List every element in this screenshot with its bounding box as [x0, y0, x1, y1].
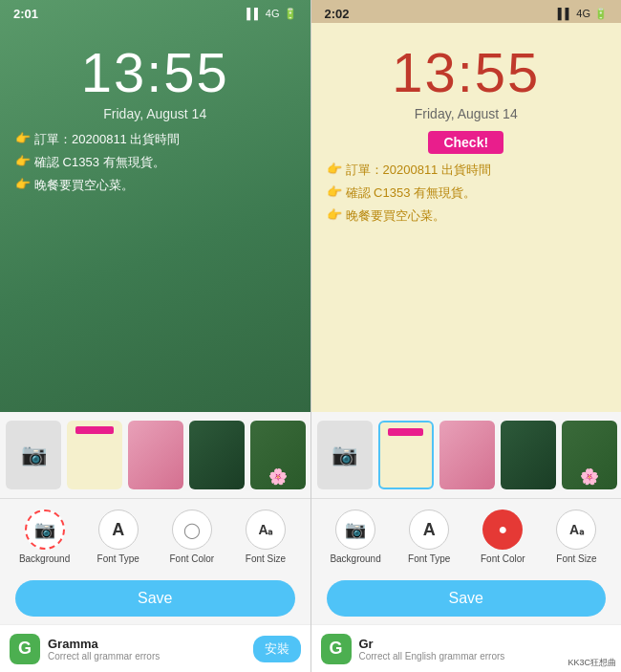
- left-toolbar-font-type[interactable]: A Font Type: [92, 509, 144, 564]
- right-signal-icon: ▌▌: [558, 8, 573, 19]
- right-toolbar-background[interactable]: 📷 Background: [330, 509, 382, 564]
- right-camera-icon-thumb: 📷: [332, 443, 357, 467]
- right-toolbar-font-color[interactable]: ● Font Color: [477, 509, 529, 564]
- right-font-color-icon-circle[interactable]: ●: [482, 509, 523, 550]
- right-thumb-camera[interactable]: 📷: [317, 421, 373, 489]
- right-status-time: 2:02: [325, 7, 350, 21]
- signal-icon: ▌▌: [246, 8, 262, 19]
- right-battery-icon: 🔋: [594, 8, 608, 20]
- right-thumb-yellow-top: [388, 428, 424, 436]
- font-type-icon-circle[interactable]: A: [98, 509, 139, 550]
- left-notes-list: 👉 訂單：20200811 出貨時間 👉 確認 C1353 有無現貨。 👉 晚餐…: [15, 131, 295, 200]
- background-icon-circle[interactable]: 📷: [25, 509, 65, 550]
- right-network-label: 4G: [576, 8, 590, 19]
- right-note-icon-3: 👉: [327, 207, 342, 225]
- left-ad-name: Gramma: [48, 637, 246, 651]
- font-color-label: Font Color: [169, 553, 214, 564]
- right-toolbar: 📷 Background A Font Type ● Font Color Aₐ…: [311, 498, 622, 574]
- left-toolbar-font-size[interactable]: Aₐ Font Size: [239, 509, 291, 564]
- left-thumb-flowers[interactable]: 🌸: [250, 421, 306, 489]
- thumb-yellow-top: [75, 426, 115, 434]
- check-badge: Check!: [428, 131, 503, 154]
- right-font-type-icon-circle[interactable]: A: [409, 509, 449, 550]
- right-ad-name: Gr: [359, 637, 612, 651]
- left-thumbnails: 📷 🌸: [0, 412, 310, 498]
- right-font-type-label: Font Type: [408, 553, 450, 564]
- left-ad-desc: Correct all grammar errors: [48, 651, 246, 661]
- watermark: KK3C狂想曲: [565, 656, 619, 670]
- font-size-label: Font Size: [246, 553, 286, 564]
- font-type-label: Font Type: [97, 553, 139, 564]
- right-font-type-icon: A: [423, 520, 436, 540]
- camera-icon: 📷: [34, 519, 55, 540]
- left-toolbar: 📷 Background A Font Type ◯ Font Color Aₐ…: [0, 498, 310, 574]
- left-save-area: Save: [0, 574, 310, 624]
- font-color-icon-circle[interactable]: ◯: [172, 509, 212, 550]
- right-note-3: 👉 晚餐要買空心菜。: [327, 207, 607, 225]
- left-toolbar-font-color[interactable]: ◯ Font Color: [165, 509, 218, 564]
- left-thumb-pink[interactable]: [128, 421, 183, 489]
- left-status-time: 2:01: [13, 7, 38, 21]
- left-phone-panel: 2:01 ▌▌ 4G 🔋 13:55 Friday, August 14 👉 訂…: [0, 0, 310, 672]
- right-note-icon-1: 👉: [327, 162, 342, 179]
- right-notes-list: 👉 訂單：20200811 出貨時間 👉 確認 C1353 有無現貨。 👉 晚餐…: [327, 162, 607, 230]
- left-thumb-camera[interactable]: 📷: [6, 421, 61, 489]
- font-size-icon: Aₐ: [258, 522, 272, 537]
- right-phone-panel: 2:02 ▌▌ 4G 🔋 13:55 Friday, August 14 Che…: [311, 0, 622, 672]
- right-font-size-label: Font Size: [556, 553, 596, 564]
- left-lock-time: 13:55: [15, 40, 295, 104]
- right-ad-bar: G Gr Correct all English grammar errors …: [311, 624, 622, 672]
- background-label: Background: [19, 553, 70, 564]
- right-toolbar-font-type[interactable]: A Font Type: [403, 509, 456, 564]
- right-ad-icon: G: [321, 634, 352, 664]
- right-status-icons: ▌▌ 4G 🔋: [558, 8, 608, 20]
- right-background-label: Background: [330, 553, 380, 564]
- flowers-icon: 🌸: [268, 467, 288, 486]
- left-ad-bar: G Gramma Correct all grammar errors 安裝: [0, 624, 310, 672]
- left-lock-date: Friday, August 14: [15, 106, 295, 121]
- left-note-2: 👉 確認 C1353 有無現貨。: [15, 154, 295, 171]
- left-save-button[interactable]: Save: [15, 580, 295, 617]
- right-thumb-dark-green[interactable]: [501, 421, 556, 489]
- font-color-icon: ◯: [183, 521, 201, 539]
- note-icon-1: 👉: [15, 131, 31, 148]
- font-size-icon-circle[interactable]: Aₐ: [246, 509, 286, 550]
- right-toolbar-font-size[interactable]: Aₐ Font Size: [550, 509, 603, 564]
- right-lock-date: Friday, August 14: [327, 106, 607, 121]
- right-save-button[interactable]: Save: [327, 580, 607, 617]
- left-ad-install-button[interactable]: 安裝: [253, 636, 301, 662]
- right-lock-time: 13:55: [327, 40, 607, 104]
- left-status-icons: ▌▌ 4G 🔋: [246, 8, 296, 20]
- left-note-1: 👉 訂單：20200811 出貨時間: [15, 131, 295, 148]
- font-type-icon: A: [112, 520, 124, 540]
- left-status-bar: 2:01 ▌▌ 4G 🔋: [0, 0, 310, 23]
- right-save-area: Save: [311, 574, 622, 624]
- left-screen-content: 13:55 Friday, August 14 👉 訂單：20200811 出貨…: [0, 23, 310, 412]
- left-thumb-yellow[interactable]: [67, 421, 122, 489]
- network-label: 4G: [266, 8, 280, 19]
- right-flowers-icon: 🌸: [580, 467, 599, 486]
- right-note-1: 👉 訂單：20200811 出貨時間: [327, 162, 607, 179]
- right-background-icon-circle[interactable]: 📷: [335, 509, 375, 550]
- right-thumb-flowers[interactable]: 🌸: [562, 421, 617, 489]
- left-ad-icon: G: [10, 634, 40, 664]
- right-font-size-icon: Aₐ: [569, 522, 584, 537]
- right-screen-content: 13:55 Friday, August 14 Check! 👉 訂單：2020…: [311, 23, 622, 412]
- left-toolbar-background[interactable]: 📷 Background: [18, 509, 71, 564]
- right-thumb-pink[interactable]: [439, 421, 495, 489]
- right-font-color-label: Font Color: [481, 553, 525, 564]
- left-note-3: 👉 晚餐要買空心菜。: [15, 177, 295, 194]
- right-note-icon-2: 👉: [327, 184, 342, 202]
- left-thumb-dark-green[interactable]: [189, 421, 245, 489]
- right-font-size-icon-circle[interactable]: Aₐ: [556, 509, 596, 550]
- right-status-bar: 2:02 ▌▌ 4G 🔋: [311, 0, 622, 23]
- right-font-color-icon: ●: [498, 521, 507, 538]
- right-thumb-yellow[interactable]: [378, 421, 434, 489]
- note-icon-3: 👉: [15, 177, 31, 194]
- right-thumbnails: 📷 🌸: [311, 412, 622, 498]
- right-camera-icon: 📷: [345, 519, 366, 540]
- right-note-2: 👉 確認 C1353 有無現貨。: [327, 184, 607, 202]
- left-ad-text: Gramma Correct all grammar errors: [48, 637, 246, 661]
- note-icon-2: 👉: [15, 154, 31, 171]
- battery-icon: 🔋: [284, 8, 297, 20]
